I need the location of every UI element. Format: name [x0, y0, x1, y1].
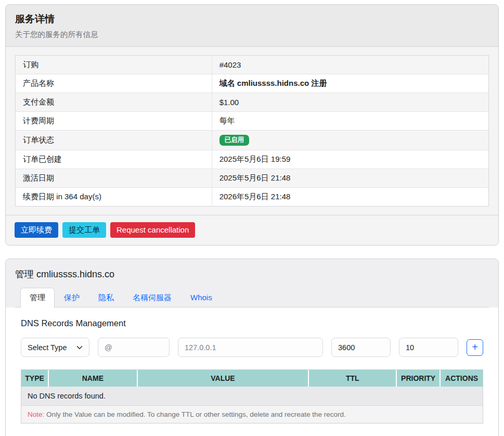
- service-info-table: 订购 #4023 产品名称 域名 cmliussss.hidns.co 注册 支…: [15, 55, 489, 207]
- row-label: 续费日期 in 364 day(s): [16, 187, 212, 206]
- tab-protection[interactable]: 保护: [55, 288, 89, 307]
- note-label: Note:: [28, 411, 44, 418]
- record-priority-input[interactable]: [399, 338, 458, 357]
- table-row-amount-paid: 支付金额 $1.00: [16, 93, 489, 112]
- dns-note: Note: Only the Value can be modified. To…: [21, 405, 483, 423]
- dns-section-heading: DNS Records Management: [21, 318, 483, 328]
- record-name-input[interactable]: [98, 338, 170, 357]
- tab-privacy[interactable]: 隐私: [89, 288, 123, 307]
- plus-icon: +: [472, 342, 478, 352]
- table-row-order-status: 订单状态 已启用: [16, 131, 489, 150]
- record-ttl-input[interactable]: [331, 338, 391, 357]
- column-header-value: VALUE: [138, 370, 309, 387]
- renew-now-button[interactable]: 立即续费: [15, 222, 58, 238]
- row-value: 2025年5月6日 21:48: [212, 169, 488, 187]
- table-row-order-id: 订购 #4023: [16, 56, 489, 74]
- request-cancellation-button[interactable]: Request cancellation: [110, 222, 195, 238]
- table-row-billing-cycle: 计费周期 每年: [16, 112, 489, 131]
- column-header-type: TYPE: [21, 370, 49, 387]
- row-value: 2025年5月6日 19:59: [212, 150, 488, 169]
- dns-empty-message: No DNS records found.: [21, 387, 483, 405]
- row-value: 域名 cmliussss.hidns.co 注册: [212, 74, 488, 93]
- tab-manage[interactable]: 管理: [20, 288, 55, 307]
- manage-title: 管理 cmliussss.hidns.co: [15, 268, 489, 280]
- dns-records-table: TYPE NAME VALUE TTL PRIORITY ACTIONS No …: [21, 369, 483, 424]
- row-value: 2026年5月6日 21:48: [212, 187, 488, 206]
- page-subtitle: 关于您的服务的所有信息: [15, 30, 489, 40]
- tab-bar: 管理 保护 隐私 名稱伺服器 Whois: [15, 288, 489, 307]
- table-row-product-name: 产品名称 域名 cmliussss.hidns.co 注册: [16, 74, 489, 93]
- row-label: 订单状态: [16, 131, 212, 150]
- table-row-renewal-date: 续费日期 in 364 day(s) 2026年5月6日 21:48: [16, 187, 489, 206]
- tab-nameservers[interactable]: 名稱伺服器: [123, 288, 181, 307]
- service-card-header: 服务详情 关于您的服务的所有信息: [6, 5, 498, 47]
- table-row-activation-date: 激活日期 2025年5月6日 21:48: [16, 169, 489, 187]
- chevron-down-icon: [76, 344, 83, 351]
- row-label: 计费周期: [16, 112, 212, 131]
- row-label: 支付金额: [16, 93, 212, 112]
- add-record-button[interactable]: +: [467, 339, 483, 356]
- column-header-name: NAME: [49, 370, 137, 387]
- manage-domain-card: 管理 cmliussss.hidns.co 管理 保护 隐私 名稱伺服器 Who…: [5, 259, 499, 436]
- page-title: 服务详情: [15, 12, 489, 26]
- row-value: #4023: [212, 56, 488, 74]
- record-type-selected-value: Select Type: [28, 343, 67, 352]
- manage-card-header: 管理 cmliussss.hidns.co 管理 保护 隐私 名稱伺服器 Who…: [6, 259, 498, 307]
- status-badge: 已启用: [219, 135, 250, 146]
- dns-table-header-row: TYPE NAME VALUE TTL PRIORITY ACTIONS: [21, 370, 483, 387]
- record-type-select[interactable]: Select Type: [21, 338, 89, 357]
- column-header-priority: PRIORITY: [397, 370, 441, 387]
- row-value: 已启用: [212, 131, 488, 150]
- submit-ticket-button[interactable]: 提交工单: [62, 222, 106, 238]
- row-value: $1.00: [212, 93, 488, 112]
- note-text: Only the Value can be modified. To chang…: [44, 411, 346, 418]
- row-label: 激活日期: [16, 169, 212, 187]
- row-label: 订购: [16, 56, 212, 74]
- dns-add-record-form: Select Type +: [21, 338, 483, 357]
- row-label: 产品名称: [16, 74, 212, 93]
- service-details-card: 服务详情 关于您的服务的所有信息 订购 #4023 产品名称 域名 cmlius…: [5, 4, 499, 246]
- row-value: 每年: [212, 112, 488, 131]
- service-card-body: 订购 #4023 产品名称 域名 cmliussss.hidns.co 注册 支…: [6, 47, 498, 215]
- record-value-input[interactable]: [178, 338, 323, 357]
- column-header-actions: ACTIONS: [441, 370, 483, 387]
- tab-whois[interactable]: Whois: [181, 288, 222, 307]
- service-card-footer: 立即续费 提交工单 Request cancellation: [6, 215, 498, 246]
- row-label: 订单已创建: [16, 150, 212, 169]
- column-header-ttl: TTL: [309, 370, 397, 387]
- table-row-order-created: 订单已创建 2025年5月6日 19:59: [16, 150, 489, 169]
- manage-card-body: DNS Records Management Select Type + TYP…: [6, 307, 498, 436]
